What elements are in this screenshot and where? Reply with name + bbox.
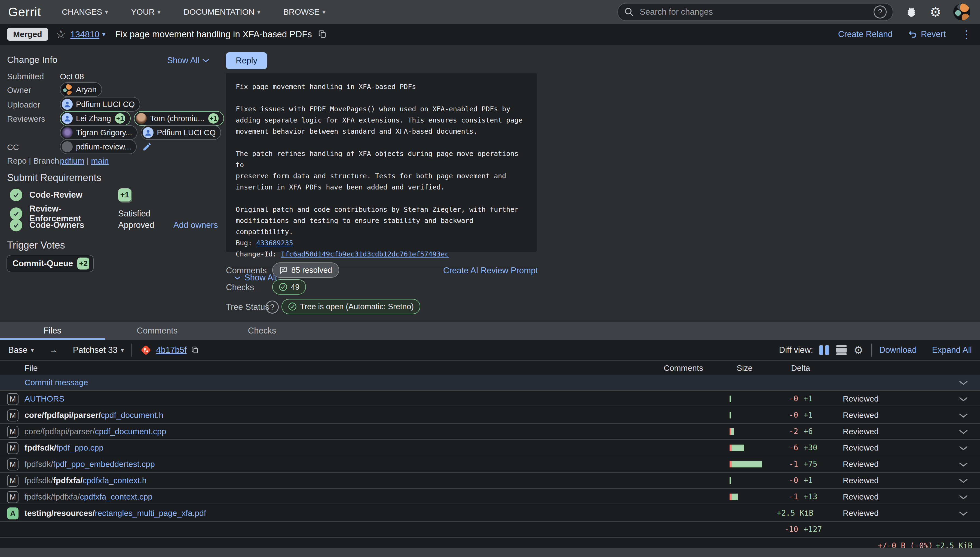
bug-link[interactable]: 433689235	[256, 239, 293, 247]
reviewed-label: Reviewed	[843, 456, 879, 472]
file-path-link[interactable]: core/fpdfapi/parser/cpdf_document.cpp	[24, 423, 166, 440]
patchset-selector[interactable]: Patchset 33▾	[73, 345, 124, 355]
chevron-down-icon[interactable]	[959, 511, 968, 516]
change-number-link[interactable]: 134810	[70, 29, 99, 39]
chevron-down-icon[interactable]: ▾	[102, 31, 105, 38]
file-path-link[interactable]: AUTHORS	[24, 391, 65, 407]
path-segment: fpdfsdk/	[24, 476, 53, 485]
file-path-link[interactable]: fpdfsdk/fpdf_ppo.cpp	[24, 440, 103, 456]
side-by-side-diff-icon[interactable]	[819, 345, 829, 355]
bug-report-icon[interactable]	[905, 6, 918, 18]
edit-cc-icon[interactable]	[142, 142, 152, 151]
search-input[interactable]	[639, 7, 869, 17]
delta-removed: -6	[751, 440, 798, 456]
table-row[interactable]: Mcore/fpdfapi/parser/cpdf_document.h-0+1…	[0, 407, 980, 423]
star-icon[interactable]: ☆	[56, 29, 66, 40]
divider	[871, 344, 872, 357]
chevron-down-icon: ▾	[120, 346, 124, 354]
diff-preferences-gear-icon[interactable]: ⚙	[854, 345, 863, 355]
table-row[interactable]: MAUTHORS-0+1Reviewed	[0, 391, 980, 407]
table-row[interactable]: Mcore/fpdfapi/parser/cpdf_document.cpp-2…	[0, 423, 980, 440]
git-commit-icon	[140, 344, 152, 357]
check-circle-icon	[10, 207, 22, 220]
reviewer-chip[interactable]: Tom (chromiu... +1	[134, 111, 224, 126]
menu-documentation[interactable]: DOCUMENTATION▾	[184, 7, 260, 16]
file-path-link[interactable]: fpdfsdk/fpdfxfa/cpdfxfa_context.h	[24, 472, 147, 489]
gerrit-logo[interactable]: Gerrit	[8, 5, 41, 20]
help-icon[interactable]: ?	[874, 5, 887, 18]
uploader-chip[interactable]: Pdfium LUCI CQ	[60, 97, 140, 112]
unified-diff-icon[interactable]	[836, 345, 847, 355]
reviewer-chip[interactable]: Tigran Grigory...	[60, 125, 137, 140]
tree-status-help-icon[interactable]: ?	[266, 301, 279, 314]
chevron-down-icon[interactable]	[959, 495, 968, 500]
table-row[interactable]: Mfpdfsdk/fpdfxfa/cpdfxfa_context.h-0+1Re…	[0, 472, 980, 489]
file-status-badge: M	[7, 442, 18, 454]
commit-queue-chip[interactable]: Commit-Queue +2	[7, 255, 94, 272]
size-bar-added	[729, 396, 731, 402]
delta-added: +1	[804, 391, 813, 407]
reply-button[interactable]: Reply	[226, 52, 267, 69]
file-path-link[interactable]: testing/resources/rectangles_multi_page_…	[24, 505, 206, 521]
tree-status-label: Tree Status	[226, 302, 269, 312]
copy-icon[interactable]	[191, 345, 199, 355]
base-selector[interactable]: Base▾	[8, 345, 34, 355]
cc-chip[interactable]: pdfium-review...	[60, 139, 137, 154]
file-path-link[interactable]: core/fpdfapi/parser/cpdf_document.h	[24, 407, 163, 423]
branch-link[interactable]: main	[91, 156, 109, 165]
commit-message-meta: Bug: 433689235 Change-Id: Ifc6ad58d149cf…	[226, 238, 537, 260]
user-avatar[interactable]	[953, 3, 970, 20]
status-badge: Merged	[7, 28, 48, 41]
tab-files[interactable]: Files	[0, 322, 105, 340]
download-link[interactable]: Download	[879, 345, 917, 355]
tree-status-chip[interactable]: Tree is open (Automatic: Sretno)	[282, 299, 420, 314]
tab-checks[interactable]: Checks	[210, 322, 314, 340]
resolved-comments-chip[interactable]: 85 resolved	[272, 262, 339, 278]
file-path-link[interactable]: fpdfsdk/fpdfxfa/cpdfxfa_context.cpp	[24, 489, 153, 505]
menu-changes[interactable]: CHANGES▾	[62, 7, 108, 16]
table-row[interactable]: Atesting/resources/rectangles_multi_page…	[0, 505, 980, 521]
expand-all-button[interactable]: Expand All	[932, 345, 972, 355]
file-status-badge: M	[7, 491, 18, 503]
change-id-link[interactable]: Ifc6ad58d149cfb9ec31d3cdb12dc761ef57493e…	[281, 250, 449, 258]
search-bar[interactable]: ?	[617, 3, 893, 21]
requirement-row: Code-Review +1	[10, 188, 131, 202]
chevron-down-icon[interactable]	[959, 380, 968, 385]
copy-icon[interactable]	[318, 29, 327, 39]
check-circle-icon	[279, 283, 288, 291]
create-reland-button[interactable]: Create Reland	[838, 29, 893, 39]
table-row[interactable]: Mfpdfsdk/fpdf_ppo.cpp-6+30Reviewed	[0, 440, 980, 456]
show-all-metadata-button[interactable]: Show All	[167, 55, 209, 65]
column-delta: Delta	[791, 363, 810, 373]
reviewer-chip[interactable]: Pdfium LUCI CQ	[141, 125, 221, 140]
chevron-down-icon[interactable]	[959, 397, 968, 402]
menu-browse[interactable]: BROWSE▾	[283, 7, 326, 16]
menu-your[interactable]: YOUR▾	[131, 7, 161, 16]
settings-gear-icon[interactable]: ⚙	[930, 5, 941, 18]
tab-comments[interactable]: Comments	[105, 322, 210, 340]
repo-link[interactable]: pdfium	[60, 156, 85, 165]
chevron-down-icon[interactable]	[959, 478, 968, 483]
chevron-down-icon[interactable]	[959, 429, 968, 434]
vote-badge[interactable]: +1	[118, 188, 131, 202]
table-row[interactable]: Mfpdfsdk/fpdfxfa/cpdfxfa_context.cpp-1+1…	[0, 489, 980, 505]
chevron-down-icon[interactable]	[959, 446, 968, 451]
table-row[interactable]: Mfpdfsdk/fpdf_ppo_embeddertest.cpp-1+75R…	[0, 456, 980, 472]
table-row[interactable]: Commit message	[0, 375, 980, 391]
chevron-down-icon[interactable]	[959, 413, 968, 418]
create-ai-review-prompt-link[interactable]: Create AI Review Prompt	[443, 266, 538, 275]
top-nav: Gerrit CHANGES▾ YOUR▾ DOCUMENTATION▾ BRO…	[0, 0, 980, 24]
file-path-link[interactable]: fpdfsdk/fpdf_ppo_embeddertest.cpp	[24, 456, 155, 472]
owner-chip[interactable]: Aryan	[60, 82, 102, 97]
more-options-icon[interactable]: ⋮	[961, 29, 972, 40]
reviewer-chip[interactable]: Lei Zhang +1	[60, 111, 131, 126]
chevron-down-icon: ▾	[322, 8, 326, 16]
checks-chip[interactable]: 49	[272, 279, 306, 295]
submitted-label: Submitted	[7, 72, 44, 81]
add-owners-link[interactable]: Add owners	[173, 220, 218, 230]
chevron-down-icon[interactable]	[959, 462, 968, 467]
commit-message-link[interactable]: Commit message	[24, 375, 88, 390]
revert-button[interactable]: Revert	[908, 29, 946, 39]
size-bar	[729, 493, 738, 500]
commit-sha-link[interactable]: 4b17b5f	[156, 345, 186, 355]
